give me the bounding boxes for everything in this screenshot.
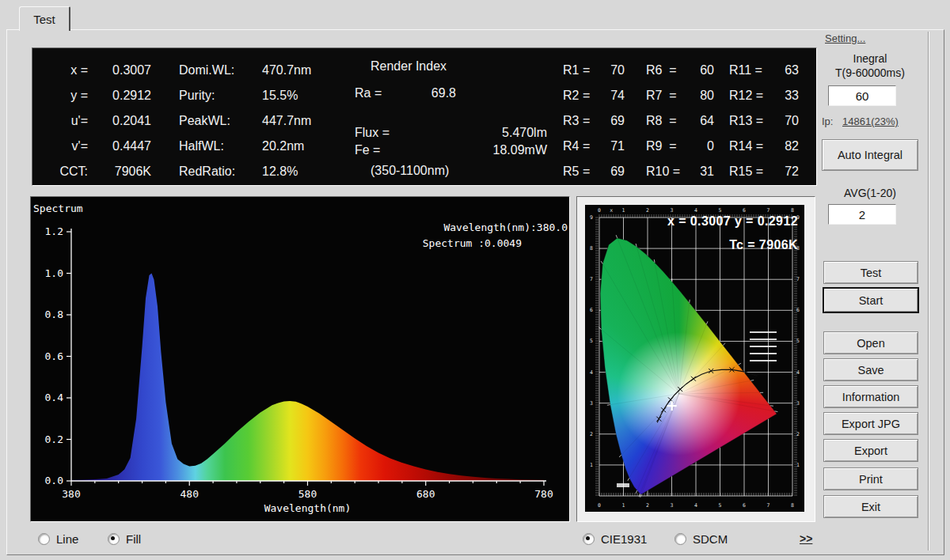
spectral-row: Purity:15.5%: [179, 83, 337, 108]
fill-radio-label: Fill: [126, 532, 141, 546]
cie-diagram-panel: 001122334455667788112233445566778899x x …: [576, 196, 815, 522]
svg-text:1.2: 1.2: [45, 225, 63, 237]
cri-row: R5 =69: [563, 159, 625, 184]
cri-row: R2 =74: [563, 83, 625, 108]
line-radio-label: Line: [56, 532, 78, 546]
chromaticity-row: x =0.3007: [51, 58, 178, 83]
export-jpg-button[interactable]: Export JPG: [823, 412, 918, 435]
cri-row: R1 =70: [563, 58, 625, 83]
svg-text:680: 680: [416, 488, 435, 500]
cri-row: R13 =70: [729, 108, 799, 134]
spectral-column: Domi.WL:470.7nmPurity:15.5%PeakWL:447.7n…: [179, 58, 337, 184]
cri-row: R9 =0: [646, 134, 714, 159]
ip-label: Ip:: [822, 115, 833, 127]
svg-text:380: 380: [62, 488, 80, 500]
line-radio[interactable]: [38, 533, 50, 545]
svg-text:0.0: 0.0: [45, 475, 63, 486]
spectral-row: PeakWL:447.7nm: [179, 108, 337, 134]
tab-test[interactable]: Test: [19, 6, 70, 31]
print-button[interactable]: Print: [823, 467, 918, 490]
svg-text:480: 480: [180, 488, 199, 500]
chromaticity-row: v'=0.4447: [51, 134, 178, 159]
cri-row: R6 =60: [646, 58, 714, 83]
chromaticity-row: u'=0.2041: [51, 108, 178, 134]
chromaticity-column: x =0.3007y =0.2912u'=0.2041v'=0.4447CCT:…: [51, 58, 178, 184]
svg-text:580: 580: [298, 488, 317, 500]
chromaticity-row: y =0.2912: [51, 83, 178, 108]
cri-row: R11 =63: [729, 58, 799, 83]
cri-row: R14 =82: [729, 134, 799, 159]
cursor-wavelength-readout: Wavelength(nm):380.0: [443, 221, 568, 233]
cursor-spectrum-readout: Spectrum :0.0049: [423, 237, 522, 249]
measurement-panel: x =0.3007y =0.2912u'=0.2041v'=0.4447CCT:…: [32, 47, 817, 186]
svg-text:Wavelength(nm): Wavelength(nm): [264, 502, 352, 514]
cri-column-2: R6 =60R7 =80R8 =64R9 =0R10 =31: [646, 58, 714, 184]
spectrum-corner-label: Spectrum: [33, 202, 83, 214]
cri-row: R15 =72: [729, 159, 799, 184]
start-button[interactable]: Start: [823, 288, 918, 312]
save-button[interactable]: Save: [823, 358, 918, 381]
cri-column-1: R1 =70R2 =74R3 =69R4 =71R5 =69: [563, 58, 625, 184]
cri-row: R8 =64: [646, 108, 714, 134]
range-note: (350-1100nm): [370, 164, 449, 178]
fe-label: Fe =: [355, 143, 380, 157]
spectrum-plot[interactable]: 0.00.20.40.60.81.01.2380480580680780Wave…: [30, 196, 570, 522]
ra-label: Ra =: [355, 86, 382, 100]
information-button[interactable]: Information: [823, 385, 918, 408]
sdcm-radio-label: SDCM: [693, 532, 728, 546]
cie-tc-readout: Tc = 7906K: [729, 238, 798, 252]
chromaticity-row: CCT:7906K: [51, 159, 178, 184]
avg-input[interactable]: [828, 204, 896, 225]
vertical-divider: [928, 32, 929, 551]
cie1931-radio-label: CIE1931: [601, 532, 647, 546]
integral-label-1: Inegral: [823, 52, 917, 65]
render-index-title: Render Index: [370, 59, 446, 74]
exit-button[interactable]: Exit: [823, 495, 918, 518]
svg-text:1.0: 1.0: [45, 267, 63, 279]
cie1931-radio[interactable]: [583, 533, 595, 545]
ip-value[interactable]: 14861(23%): [842, 115, 899, 127]
spectral-row: HalfWL:20.2nm: [179, 134, 337, 159]
integral-label-2: T(9-60000ms): [823, 66, 917, 79]
spectral-row: Domi.WL:470.7nm: [179, 58, 337, 83]
sdcm-radio-group[interactable]: SDCM: [674, 532, 728, 546]
flux-value: 5.470lm: [412, 126, 547, 140]
svg-text:0.4: 0.4: [45, 392, 64, 403]
avg-label: AVG(1-20): [823, 187, 917, 199]
fill-radio[interactable]: [108, 533, 120, 545]
fill-radio-group[interactable]: Fill: [108, 532, 141, 546]
svg-text:0.8: 0.8: [45, 308, 63, 320]
svg-text:780: 780: [534, 488, 553, 500]
cie-diagram[interactable]: 001122334455667788112233445566778899x x …: [585, 205, 804, 512]
svg-text:0.6: 0.6: [45, 350, 63, 362]
spectral-row: RedRatio:12.8%: [179, 159, 337, 184]
cri-row: R4 =71: [563, 134, 625, 159]
svg-text:0.2: 0.2: [45, 433, 63, 445]
more-link[interactable]: >>: [800, 532, 812, 545]
setting-link[interactable]: Setting...: [825, 32, 865, 44]
cri-row: R12 =33: [729, 83, 799, 108]
cri-row: R7 =80: [646, 83, 714, 108]
export-button[interactable]: Export: [823, 439, 918, 462]
flux-label: Flux =: [355, 126, 390, 140]
cie-xy-readout: x = 0.3007 y = 0.2912: [667, 214, 798, 229]
tab-test-label: Test: [33, 13, 55, 26]
cri-row: R3 =69: [563, 108, 625, 134]
fe-value: 18.09mW: [412, 143, 547, 157]
spectrometer-app: Test x =0.3007y =0.2912u'=0.2041v'=0.444…: [0, 0, 950, 560]
auto-integral-button[interactable]: Auto Integral: [822, 139, 918, 171]
open-button[interactable]: Open: [823, 331, 918, 354]
sdcm-radio[interactable]: [674, 533, 686, 545]
ra-value: 69.8: [389, 86, 456, 100]
cri-column-3: R11 =63R12 =33R13 =70R14 =82R15 =72: [729, 58, 799, 184]
line-radio-group[interactable]: Line: [38, 532, 78, 546]
cie1931-radio-group[interactable]: CIE1931: [583, 532, 647, 546]
test-button[interactable]: Test: [823, 261, 918, 284]
cri-row: R10 =31: [646, 159, 714, 184]
integral-input[interactable]: [828, 85, 896, 106]
